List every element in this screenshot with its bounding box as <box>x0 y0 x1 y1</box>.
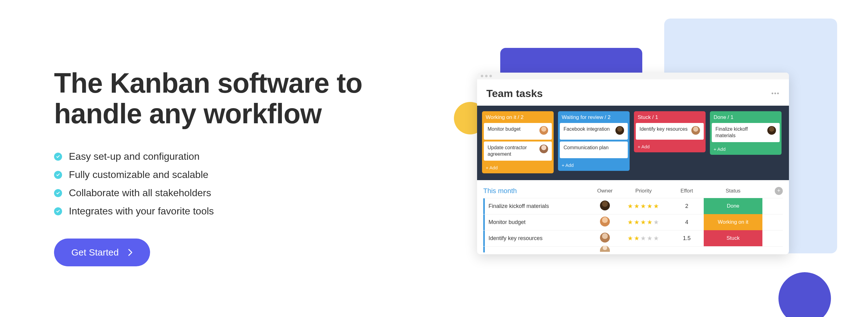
column-header: Working on it / 2 <box>482 111 554 123</box>
table-header-status: Status <box>704 188 763 194</box>
add-card-button[interactable]: + Add <box>558 160 630 171</box>
board-header: Team tasks ••• <box>477 79 789 106</box>
kanban-card[interactable]: Identify key resources <box>636 123 704 140</box>
kanban-board: Working on it / 2 Monitor budget Update … <box>477 106 789 180</box>
kanban-column-stuck: Stuck / 1 Identify key resources + Add <box>634 111 706 152</box>
avatar <box>539 126 548 135</box>
row-owner <box>593 246 617 253</box>
card-title: Identify key resources <box>640 126 691 133</box>
feature-item: Fully customizable and scalable <box>54 169 425 180</box>
column-header: Waiting for review / 2 <box>558 111 630 123</box>
window-dot-icon <box>485 75 488 77</box>
get-started-button[interactable]: Get Started <box>54 238 150 266</box>
row-effort: 4 <box>670 219 704 226</box>
avatar <box>539 145 548 153</box>
table-section-title: This month <box>483 187 593 195</box>
row-owner <box>593 201 617 212</box>
app-mockup-window: Team tasks ••• Working on it / 2 Monitor… <box>477 73 789 254</box>
feature-text: Fully customizable and scalable <box>69 169 209 180</box>
column-header: Stuck / 1 <box>634 111 706 123</box>
row-priority: ★★★★★ <box>617 234 670 242</box>
row-status: Working on it <box>704 214 763 230</box>
row-effort: 1.5 <box>670 235 704 241</box>
row-priority: ★★★★★ <box>617 202 670 210</box>
kanban-card[interactable]: Communication plan <box>560 142 628 158</box>
row-priority: ★★★★★ <box>617 219 670 226</box>
add-column-icon[interactable]: + <box>775 187 783 195</box>
window-dot-icon <box>489 75 492 77</box>
avatar <box>691 126 700 135</box>
table-header-effort: Effort <box>670 188 704 194</box>
window-dot-icon <box>481 75 483 77</box>
check-icon <box>54 153 62 161</box>
feature-text: Easy set-up and configuration <box>69 151 199 162</box>
card-title: Communication plan <box>563 145 624 151</box>
kanban-card[interactable]: Finalize kickoff materials <box>712 123 780 142</box>
kanban-column-done: Done / 1 Finalize kickoff materials + Ad… <box>710 111 781 155</box>
row-owner <box>593 217 617 228</box>
row-title: Identify key resources <box>489 235 593 241</box>
row-title: Finalize kickoff materials <box>489 203 593 209</box>
decor-circle-blue <box>778 272 831 317</box>
hero-section: The Kanban software to handle any workfl… <box>54 68 425 266</box>
add-card-button[interactable]: + Add <box>634 142 706 152</box>
avatar <box>615 126 624 135</box>
avatar <box>767 126 776 135</box>
kanban-column-working: Working on it / 2 Monitor budget Update … <box>482 111 554 173</box>
avatar <box>600 233 610 242</box>
status-badge: Done <box>704 198 763 214</box>
feature-item: Easy set-up and configuration <box>54 151 425 162</box>
feature-item: Integrates with your favorite tools <box>54 205 425 217</box>
avatar <box>600 201 610 210</box>
kanban-card[interactable]: Update contractor agreement <box>484 142 552 161</box>
kanban-column-waiting: Waiting for review / 2 Facebook integrat… <box>558 111 630 171</box>
kanban-card[interactable]: Monitor budget <box>484 123 552 140</box>
cta-label: Get Started <box>71 247 119 258</box>
status-badge: Working on it <box>704 214 763 230</box>
card-title: Facebook integration <box>563 126 615 133</box>
row-accent-bar <box>483 247 485 253</box>
card-title: Monitor budget <box>488 126 539 133</box>
table-row[interactable]: Finalize kickoff materials ★★★★★ 2 Done <box>483 198 783 214</box>
row-status: Stuck <box>704 230 763 246</box>
table-row-partial <box>483 246 783 253</box>
add-card-button[interactable]: + Add <box>710 144 781 155</box>
hero-title: The Kanban software to handle any workfl… <box>54 68 425 129</box>
status-badge: Stuck <box>704 230 763 246</box>
avatar <box>600 217 610 227</box>
row-owner <box>593 233 617 244</box>
column-header: Done / 1 <box>710 111 781 123</box>
table-row[interactable]: Identify key resources ★★★★★ 1.5 Stuck <box>483 230 783 246</box>
feature-text: Collaborate with all stakeholders <box>69 187 211 199</box>
row-effort: 2 <box>670 203 704 209</box>
table-header-priority: Priority <box>617 188 670 194</box>
more-options-icon[interactable]: ••• <box>771 90 780 97</box>
avatar <box>600 246 610 252</box>
check-icon <box>54 171 62 179</box>
kanban-card[interactable]: Facebook integration <box>560 123 628 140</box>
check-icon <box>54 207 62 215</box>
feature-text: Integrates with your favorite tools <box>69 205 214 217</box>
window-titlebar <box>477 73 789 79</box>
table-header-row: This month Owner Priority Effort Status … <box>483 185 783 198</box>
task-table: This month Owner Priority Effort Status … <box>477 180 789 254</box>
row-title: Monitor budget <box>489 219 593 226</box>
card-title: Update contractor agreement <box>488 145 539 157</box>
check-icon <box>54 189 62 197</box>
row-accent-bar <box>483 214 485 230</box>
row-accent-bar <box>483 230 485 246</box>
feature-list: Easy set-up and configuration Fully cust… <box>54 151 425 217</box>
add-card-button[interactable]: + Add <box>482 163 554 173</box>
row-accent-bar <box>483 198 485 214</box>
table-row[interactable]: Monitor budget ★★★★★ 4 Working on it <box>483 214 783 230</box>
card-title: Finalize kickoff materials <box>715 126 767 139</box>
row-status: Done <box>704 198 763 214</box>
feature-item: Collaborate with all stakeholders <box>54 187 425 199</box>
board-title: Team tasks <box>486 87 543 99</box>
table-header-owner: Owner <box>593 188 617 194</box>
chevron-right-icon <box>128 249 133 256</box>
